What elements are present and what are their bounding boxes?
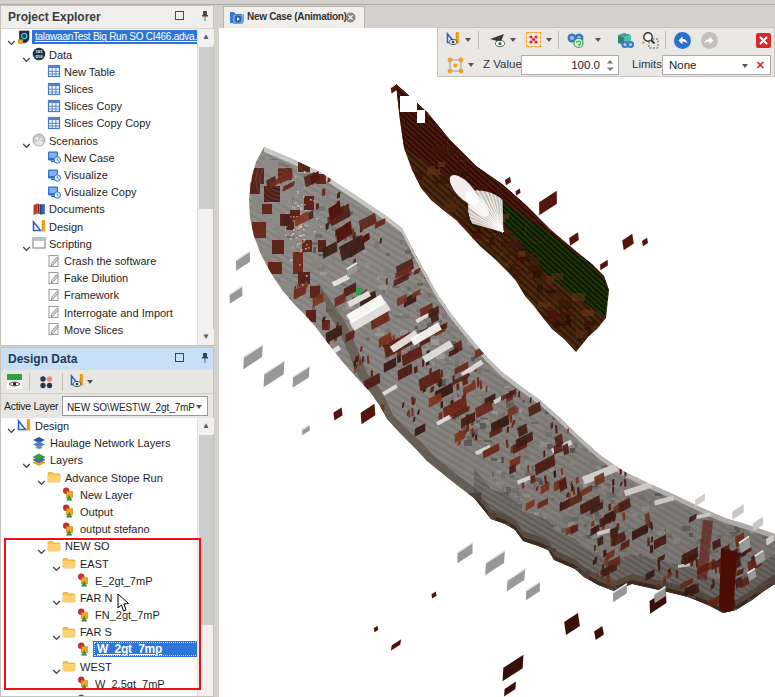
svg-text:010: 010 <box>36 54 44 59</box>
